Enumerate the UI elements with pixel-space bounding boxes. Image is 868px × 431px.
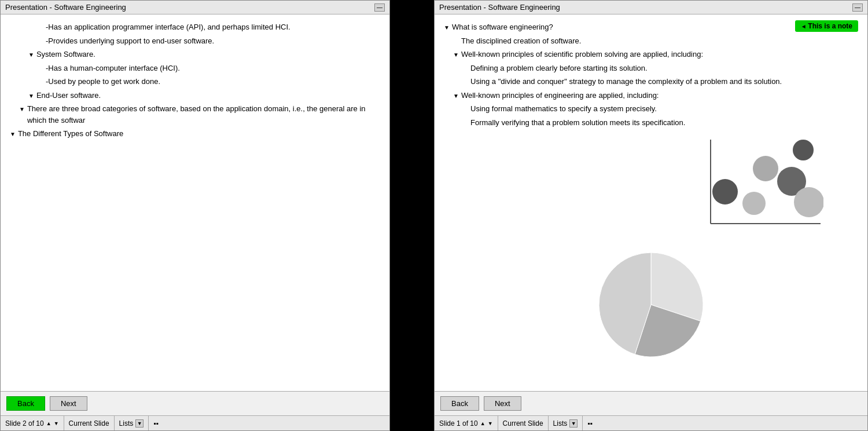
right-slide-arrow-down[interactable]: ▼ — [488, 421, 493, 426]
scatter-bubble-1 — [793, 140, 814, 160]
outline-item: ▼The Different Types of Software — [10, 128, 380, 140]
outline-text: System Software. — [36, 49, 380, 60]
panel-divider — [390, 0, 434, 431]
outline-text: Well-known principles of scientific prob… — [461, 49, 858, 60]
right-minimize-button[interactable]: — — [852, 3, 863, 12]
right-current-slide-segment: Current Slide — [498, 416, 549, 430]
left-status-bar: Slide 2 of 10 ▲ ▼ Current Slide Lists ▼ … — [1, 415, 389, 430]
right-slide-content: This is a note ▼What is software enginee… — [435, 14, 867, 391]
right-lists-segment: Lists ▼ — [549, 416, 583, 430]
outline-item: -Has an application programmer interface… — [10, 21, 380, 33]
left-slide-arrow-up[interactable]: ▲ — [46, 421, 52, 426]
left-next-button[interactable]: Next — [50, 396, 87, 411]
triangle-icon: ▼ — [28, 92, 34, 100]
right-bottom-bar: Back Next — [435, 391, 867, 415]
outline-text: Using formal mathematics to specify a sy… — [470, 103, 858, 115]
outline-item: Defining a problem clearly before starti… — [444, 63, 858, 74]
right-slide-info: Slide 1 of 10 — [439, 419, 478, 428]
outline-text: -Used by people to get work done. — [46, 76, 380, 87]
outline-item: ▼End-User software. — [10, 90, 380, 101]
right-current-slide-label: Current Slide — [503, 419, 543, 428]
outline-text: -Provides underlying support to end-user… — [46, 35, 380, 47]
outline-item: -Has a human-computer interface (HCI). — [10, 63, 380, 74]
outline-text: Using a "divide and conquer" strategy to… — [470, 76, 858, 87]
left-resize-icon: ▪▪ — [149, 416, 163, 430]
left-lists-dropdown[interactable]: ▼ — [135, 419, 144, 428]
outline-text: -Has a human-computer interface (HCI). — [46, 63, 380, 74]
outline-item: ▼System Software. — [10, 49, 380, 60]
outline-item: Using formal mathematics to specify a sy… — [444, 103, 858, 115]
outline-item: Formally verifying that a problem soluti… — [444, 117, 858, 129]
outline-text: End-User software. — [36, 90, 380, 101]
right-next-button[interactable]: Next — [484, 396, 521, 411]
outline-text: -Has an application programmer interface… — [46, 21, 380, 33]
outline-item: ▼Well-known principles of scientific pro… — [444, 49, 858, 60]
triangle-icon: ▼ — [453, 50, 459, 59]
right-back-button[interactable]: Back — [440, 396, 479, 411]
scatter-bubble-5 — [742, 192, 766, 215]
outline-text: Defining a problem clearly before starti… — [470, 63, 858, 74]
left-slide-content: -Has an application programmer interface… — [1, 14, 389, 391]
right-panel-title: Presentation - Software Engineering — [439, 3, 560, 12]
left-slide-info: Slide 2 of 10 — [5, 419, 44, 428]
chart-area — [444, 134, 858, 363]
scatter-bubble-6 — [794, 187, 823, 217]
outline-item: Using a "divide and conquer" strategy to… — [444, 76, 858, 87]
right-lists-label: Lists — [553, 419, 568, 428]
outline-item: The disciplined creation of software. — [444, 35, 858, 47]
outline-item: ▼There are three broad categories of sof… — [10, 103, 380, 126]
left-bottom-bar: Back Next — [1, 391, 389, 415]
right-slide-arrow-up[interactable]: ▲ — [480, 421, 486, 426]
right-status-bar: Slide 1 of 10 ▲ ▼ Current Slide Lists ▼ … — [435, 415, 867, 430]
left-lists-segment: Lists ▼ — [115, 416, 149, 430]
left-minimize-button[interactable]: — — [374, 3, 385, 12]
outline-text: There are three broad categories of soft… — [27, 103, 380, 126]
outline-item: -Provides underlying support to end-user… — [10, 35, 380, 47]
outline-text: Well-known principles of engineering are… — [461, 90, 858, 101]
left-panel: Presentation - Software Engineering — -H… — [0, 0, 390, 431]
left-back-button[interactable]: Back — [6, 396, 45, 411]
outline-text: The Different Types of Software — [18, 128, 380, 140]
scatter-bubble-4 — [712, 179, 738, 204]
right-resize-icon: ▪▪ — [583, 416, 597, 430]
left-current-slide-segment: Current Slide — [64, 416, 115, 430]
pie-chart — [593, 247, 709, 363]
triangle-icon: ▼ — [444, 23, 450, 32]
outline-text: Formally verifying that a problem soluti… — [470, 117, 858, 129]
outline-item: ▼Well-known principles of engineering ar… — [444, 90, 858, 101]
left-slide-arrow-down[interactable]: ▼ — [54, 421, 59, 426]
left-slide-info-segment: Slide 2 of 10 ▲ ▼ — [1, 416, 64, 430]
left-current-slide-label: Current Slide — [69, 419, 109, 428]
triangle-icon: ▼ — [19, 105, 25, 114]
right-lists-dropdown[interactable]: ▼ — [569, 419, 578, 428]
scatter-chart — [696, 134, 823, 235]
triangle-icon: ▼ — [453, 92, 459, 100]
triangle-icon: ▼ — [28, 50, 34, 59]
left-panel-title: Presentation - Software Engineering — [5, 3, 126, 12]
scatter-bubble-2 — [753, 156, 778, 181]
right-title-bar: Presentation - Software Engineering — — [435, 1, 867, 14]
triangle-icon: ▼ — [10, 130, 16, 138]
left-lists-label: Lists — [119, 419, 134, 428]
right-slide-info-segment: Slide 1 of 10 ▲ ▼ — [435, 416, 498, 430]
note-badge: This is a note — [795, 20, 858, 32]
right-panel: Presentation - Software Engineering — Th… — [434, 0, 868, 431]
outline-item: -Used by people to get work done. — [10, 76, 380, 87]
outline-text: The disciplined creation of software. — [461, 35, 858, 47]
left-title-bar: Presentation - Software Engineering — — [1, 1, 389, 14]
